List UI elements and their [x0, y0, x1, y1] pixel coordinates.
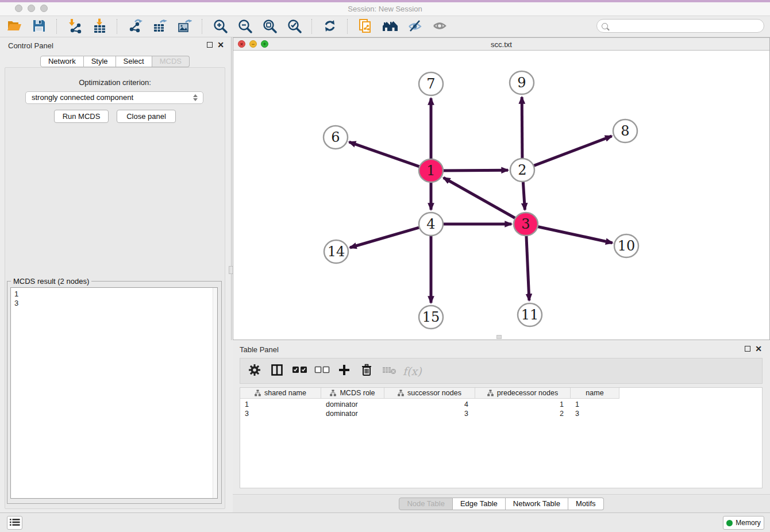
column-header-name[interactable]: name [571, 388, 619, 399]
export-network-icon [128, 18, 143, 35]
search-field[interactable] [596, 19, 764, 33]
graph-edge-3-11[interactable] [526, 236, 529, 300]
cell-name[interactable]: 3 [571, 409, 619, 419]
export-network-button[interactable] [122, 17, 147, 36]
close-table-panel-icon[interactable]: ✕ [755, 345, 762, 352]
deselect-all-button[interactable] [313, 361, 330, 381]
memory-label: Memory [736, 519, 760, 527]
tab-motifs[interactable]: Motifs [568, 498, 604, 510]
graph-edge-3-1[interactable] [444, 178, 516, 218]
close-panel-icon[interactable]: ✕ [217, 41, 224, 48]
graph-edge-2-8[interactable] [533, 136, 612, 166]
zoom-fit-button[interactable] [257, 17, 282, 36]
graph-node-8[interactable]: 8 [613, 119, 637, 142]
export-image-button[interactable] [172, 17, 197, 36]
toolbar-separator [311, 19, 312, 34]
cell-shared-name[interactable]: 1 [240, 400, 321, 410]
node-table[interactable]: shared name MCDS role successor nodes pr… [240, 387, 763, 488]
graph-node-7[interactable]: 7 [419, 72, 443, 95]
mcds-result-list[interactable]: 1 3 [10, 287, 218, 499]
canvas-scroll-handle[interactable] [496, 335, 502, 339]
table-settings-button[interactable] [246, 361, 263, 381]
graph-edge-3-10[interactable] [537, 226, 613, 243]
apply-function-button[interactable]: f(x) [403, 361, 422, 381]
delete-column-button[interactable] [380, 361, 398, 381]
network-canvas[interactable]: 7968124314101511 [233, 51, 769, 340]
column-header-successor-nodes[interactable]: successor nodes [384, 388, 475, 399]
table-row[interactable]: 3 dominator 3 2 3 [240, 409, 619, 419]
cell-shared-name[interactable]: 3 [240, 409, 321, 419]
float-table-panel-icon[interactable] [745, 346, 750, 352]
network-window-title: scc.txt [233, 40, 769, 49]
save-session-button[interactable] [26, 17, 51, 36]
zoom-selected-button[interactable] [282, 17, 306, 36]
show-panel-button[interactable] [427, 17, 452, 36]
float-panel-icon[interactable] [207, 42, 213, 48]
task-history-button[interactable] [7, 516, 22, 530]
show-columns-button[interactable] [268, 361, 286, 381]
tab-mcds[interactable]: MCDS [152, 56, 190, 67]
graph-edge-1-6[interactable] [349, 142, 421, 167]
result-scrollbar[interactable] [213, 288, 217, 498]
table-row[interactable]: 1 dominator 4 1 1 [240, 400, 619, 410]
graph-node-11[interactable]: 11 [518, 303, 542, 326]
result-item[interactable]: 1 [14, 290, 217, 299]
result-item[interactable]: 3 [14, 299, 217, 308]
cell-mcds-role[interactable]: dominator [321, 400, 384, 410]
graph-node-15[interactable]: 15 [419, 306, 443, 329]
trash-icon [361, 364, 372, 378]
column-header-predecessor-nodes[interactable]: predecessor nodes [475, 388, 571, 399]
refresh-button[interactable] [317, 17, 342, 36]
graph-node-label: 14 [328, 244, 345, 260]
graph-node-4[interactable]: 4 [419, 213, 443, 236]
add-row-button[interactable] [336, 361, 353, 381]
cell-successor-nodes[interactable]: 3 [384, 409, 475, 419]
import-table-button[interactable] [87, 17, 111, 36]
cell-predecessor-nodes[interactable]: 2 [475, 409, 571, 419]
export-image-icon [177, 18, 192, 35]
tab-select[interactable]: Select [116, 56, 152, 67]
graph-node-3[interactable]: 3 [514, 213, 538, 236]
graph-node-10[interactable]: 10 [614, 234, 638, 257]
tab-network[interactable]: Network [40, 56, 84, 67]
hide-panel-button[interactable] [402, 17, 427, 36]
graph-edge-1-2[interactable] [442, 170, 508, 171]
tab-node-table[interactable]: Node Table [399, 498, 453, 510]
graph-edge-2-3[interactable] [523, 182, 525, 210]
graph-node-6[interactable]: 6 [324, 126, 348, 149]
delete-row-button[interactable] [358, 361, 375, 381]
column-header-mcds-role[interactable]: MCDS role [321, 388, 384, 399]
control-panel-title: Control Panel [8, 41, 53, 50]
memory-button[interactable]: Memory [723, 516, 764, 530]
criterion-dropdown[interactable]: strongly connected component [25, 91, 203, 104]
home-button[interactable] [378, 17, 402, 36]
network-window-titlebar[interactable]: × − + scc.txt [233, 38, 769, 51]
tab-network-table[interactable]: Network Table [506, 498, 568, 510]
select-all-button[interactable] [291, 361, 308, 381]
graph-node-9[interactable]: 9 [510, 71, 534, 94]
graph-node-2[interactable]: 2 [510, 159, 534, 182]
export-table-button[interactable] [147, 17, 172, 36]
zoom-in-icon [213, 18, 228, 35]
graph-node-1[interactable]: 1 [419, 159, 443, 182]
open-folder-icon [7, 19, 22, 34]
open-session-button[interactable] [2, 17, 26, 36]
graph-edge-4-14[interactable] [350, 228, 420, 248]
tab-style[interactable]: Style [84, 56, 116, 67]
clone-network-button[interactable] [353, 17, 378, 36]
tab-edge-table[interactable]: Edge Table [453, 498, 506, 510]
cell-predecessor-nodes[interactable]: 1 [475, 400, 571, 410]
zoom-out-button[interactable] [232, 17, 257, 36]
cell-mcds-role[interactable]: dominator [321, 409, 384, 419]
cell-name[interactable]: 1 [571, 400, 619, 410]
graph-node-14[interactable]: 14 [324, 240, 348, 263]
toolbar-separator [56, 19, 57, 34]
close-panel-button[interactable]: Close panel [117, 110, 176, 123]
column-header-shared-name[interactable]: shared name [240, 388, 321, 399]
run-mcds-button[interactable]: Run MCDS [54, 110, 109, 123]
cell-successor-nodes[interactable]: 4 [384, 400, 475, 410]
zoom-in-button[interactable] [207, 17, 232, 36]
import-network-button[interactable] [62, 17, 87, 36]
search-input[interactable] [608, 20, 764, 32]
graph-edge-2-9[interactable] [522, 97, 522, 159]
